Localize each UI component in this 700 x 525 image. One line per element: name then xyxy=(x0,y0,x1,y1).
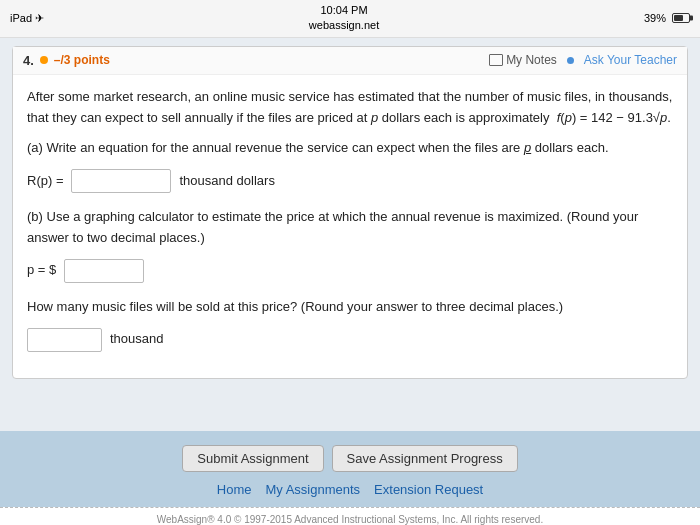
dot-orange-icon xyxy=(40,56,48,64)
nav-extension-link[interactable]: Extension Request xyxy=(374,482,483,497)
status-left: iPad ✈ xyxy=(10,12,44,25)
part-a-input-row: R(p) = thousand dollars xyxy=(27,169,673,193)
thousand-dollars-label: thousand dollars xyxy=(179,171,274,192)
scroll-area: 4. –/3 points My Notes Ask Your Teacher … xyxy=(0,38,700,431)
how-many-input-row: thousand xyxy=(27,328,673,352)
status-center: 10:04 PM webassign.net xyxy=(309,3,379,34)
status-site: webassign.net xyxy=(309,18,379,33)
status-bar: iPad ✈ 10:04 PM webassign.net 39% xyxy=(0,0,700,38)
rp-label: R(p) = xyxy=(27,171,63,192)
header-right: My Notes Ask Your Teacher xyxy=(489,53,677,67)
p-input[interactable] xyxy=(64,259,144,283)
my-notes-label: My Notes xyxy=(506,53,557,67)
intro-paragraph: After some market research, an online mu… xyxy=(27,87,673,129)
notes-icon xyxy=(489,54,503,66)
nav-assignments-link[interactable]: My Assignments xyxy=(265,482,360,497)
copyright-text: WebAssign® 4.0 © 1997-2015 Advanced Inst… xyxy=(157,514,543,525)
points-label: –/3 points xyxy=(54,53,110,67)
nav-links: Home My Assignments Extension Request xyxy=(10,482,690,497)
save-progress-button[interactable]: Save Assignment Progress xyxy=(332,445,518,472)
status-time: 10:04 PM xyxy=(309,3,379,18)
ask-teacher-button[interactable]: Ask Your Teacher xyxy=(584,53,677,67)
question-card: 4. –/3 points My Notes Ask Your Teacher … xyxy=(12,46,688,379)
thousand-label: thousand xyxy=(110,329,164,350)
question-body: After some market research, an online mu… xyxy=(13,75,687,378)
footer-area: Submit Assignment Save Assignment Progre… xyxy=(0,431,700,507)
part-b-input-row: p = $ xyxy=(27,259,673,283)
copyright-bar: WebAssign® 4.0 © 1997-2015 Advanced Inst… xyxy=(0,507,700,525)
how-many-label: How many music files will be sold at thi… xyxy=(27,297,673,318)
submit-row: Submit Assignment Save Assignment Progre… xyxy=(10,445,690,472)
rp-input[interactable] xyxy=(71,169,171,193)
battery-percentage: 39% xyxy=(644,12,666,24)
part-b-label: (b) Use a graphing calculator to estimat… xyxy=(27,207,673,249)
status-right: 39% xyxy=(644,12,690,24)
submit-assignment-button[interactable]: Submit Assignment xyxy=(182,445,323,472)
battery-fill xyxy=(674,15,683,21)
battery-icon xyxy=(672,13,690,23)
nav-home-link[interactable]: Home xyxy=(217,482,252,497)
part-a-label: (a) Write an equation for the annual rev… xyxy=(27,138,673,159)
p-label: p = $ xyxy=(27,260,56,281)
how-many-input[interactable] xyxy=(27,328,102,352)
question-header: 4. –/3 points My Notes Ask Your Teacher xyxy=(13,47,687,75)
question-number-area: 4. –/3 points xyxy=(23,53,110,68)
question-number: 4. xyxy=(23,53,34,68)
my-notes-button[interactable]: My Notes xyxy=(489,53,557,67)
dot-blue-icon xyxy=(567,57,574,64)
